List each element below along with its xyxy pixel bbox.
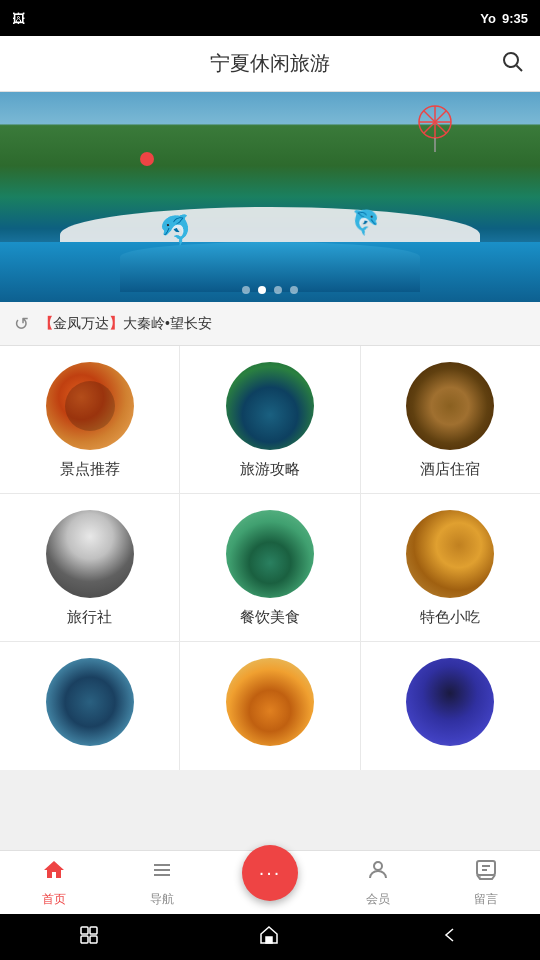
grid-cell-canyin[interactable]: 餐饮美食 [180,494,360,641]
category-grid: 景点推荐 旅游攻略 酒店住宿 旅行社 餐饮美食 [0,346,540,770]
dot-1[interactable] [242,286,250,294]
android-back-button[interactable] [439,924,461,951]
grid-img-lvxing [46,510,134,598]
recent-bracket-open: 【 [39,315,53,331]
android-recent-button[interactable] [79,925,99,950]
nav-label-navigation: 导航 [150,891,174,908]
grid-img-r3c3 [406,658,494,746]
grid-img-lvyou [226,362,314,450]
fab-icon: ··· [259,861,282,884]
grid-cell-jingdian[interactable]: 景点推荐 [0,346,180,493]
navigation-icon [150,858,174,888]
grid-img-jingdian [46,362,134,450]
status-bar: 🖼 Yo 9:35 [0,0,540,36]
grid-cell-lvxing[interactable]: 旅行社 [0,494,180,641]
svg-point-0 [504,53,518,67]
dot-4[interactable] [290,286,298,294]
svg-rect-15 [81,927,88,934]
nav-item-navigation[interactable]: 导航 [108,851,216,914]
svg-rect-17 [81,936,88,943]
grid-img-r3c1 [46,658,134,746]
grid-label-lvxing: 旅行社 [67,608,112,627]
member-icon [366,858,390,888]
recent-text: 【金凤万达】大秦岭•望长安 [39,315,212,333]
photo-icon: 🖼 [12,11,25,26]
nav-label-member: 会员 [366,891,390,908]
header: 宁夏休闲旅游 [0,36,540,92]
nav-label-home: 首页 [42,891,66,908]
grid-row-3 [0,642,540,770]
svg-point-11 [374,862,382,870]
grid-row-1: 景点推荐 旅游攻略 酒店住宿 [0,346,540,494]
recent-bracket-close: 】 [109,315,123,331]
nav-item-member[interactable]: 会员 [324,851,432,914]
banner-dots [242,286,298,294]
grid-img-r3c2 [226,658,314,746]
message-icon [474,858,498,888]
grid-cell-r3c2[interactable] [180,642,360,770]
search-button[interactable] [500,49,524,79]
grid-cell-jiudian[interactable]: 酒店住宿 [361,346,540,493]
dot-3[interactable] [274,286,282,294]
recent-highlight: 金凤万达 [53,315,109,331]
ferris-wheel [410,102,460,152]
svg-rect-16 [90,927,97,934]
recent-bar[interactable]: ↺ 【金凤万达】大秦岭•望长安 [0,302,540,346]
android-home-button[interactable] [258,924,280,951]
svg-rect-20 [266,937,272,943]
recent-full: 大秦岭•望长安 [123,315,212,331]
grid-img-canyin [226,510,314,598]
grid-label-canyin: 餐饮美食 [240,608,300,627]
nav-label-message: 留言 [474,891,498,908]
grid-img-tese [406,510,494,598]
nav-item-home[interactable]: 首页 [0,851,108,914]
home-icon [42,858,66,888]
svg-line-1 [517,65,523,71]
status-left: 🖼 [12,11,25,26]
svg-rect-18 [90,936,97,943]
grid-cell-r3c3[interactable] [361,642,540,770]
dot-2[interactable] [258,286,266,294]
grid-label-jiudian: 酒店住宿 [420,460,480,479]
recent-icon: ↺ [14,313,29,335]
nav-item-fab[interactable]: ··· [216,851,324,914]
page-title: 宁夏休闲旅游 [210,50,330,77]
time-display: 9:35 [502,11,528,26]
battery-label: Yo [480,11,496,26]
grid-label-jingdian: 景点推荐 [60,460,120,479]
grid-img-jiudian [406,362,494,450]
status-right: Yo 9:35 [480,11,528,26]
grid-cell-tese[interactable]: 特色小吃 [361,494,540,641]
grid-row-2: 旅行社 餐饮美食 特色小吃 [0,494,540,642]
svg-rect-12 [477,861,495,875]
grid-cell-lvyou[interactable]: 旅游攻略 [180,346,360,493]
nav-item-message[interactable]: 留言 [432,851,540,914]
grid-label-tese: 特色小吃 [420,608,480,627]
fab-button[interactable]: ··· [242,845,298,901]
grid-cell-r3c1[interactable] [0,642,180,770]
grid-label-lvyou: 旅游攻略 [240,460,300,479]
banner: 🐬 🐬 [0,92,540,302]
android-bar [0,914,540,960]
bottom-nav: 首页 导航 ··· 会员 [0,850,540,914]
